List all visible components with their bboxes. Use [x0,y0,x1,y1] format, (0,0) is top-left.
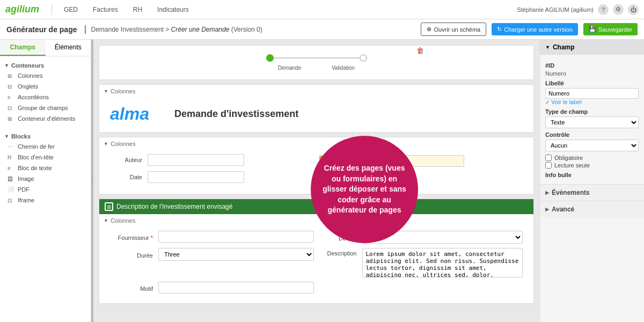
sidebar-item-colonnes[interactable]: ⊞ Colonnes [4,70,86,81]
nav-factures[interactable]: Factures [85,0,126,19]
duree-select[interactable]: Three [158,248,314,261]
topbar: agilium GED Factures RH Indicateurs Stép… [0,0,644,19]
chemin-fer-icon: ⋯ [8,144,15,150]
motif-group: Motif [110,282,314,294]
right-section-fields: #ID Numero Libellé Voir le label Type de… [540,55,644,184]
colonnes-icon: ⊞ [8,73,15,79]
breadcrumb-start: Demande Investissement [91,26,164,33]
canvas-wrapper: Demande Validation Colonnes alma Demande… [99,45,534,304]
iframe-label: Iframe [18,197,34,203]
section-blocks: Blocks ⋯ Chemin de fer H Bloc d'en-tête … [0,127,91,209]
nav-indicateurs[interactable]: Indicateurs [150,0,196,19]
form1-left-col: Auteur Date [110,154,314,188]
evenements-header[interactable]: Évènements [540,185,644,201]
avance-section: Avancé [540,201,644,217]
desc-form-area: Fournisseur Devise Three [99,225,533,303]
info-bulle-label: Info bulle [545,172,639,178]
sidebar-item-conteneur-elements[interactable]: ⊞ Conteneur d'éléments [4,113,86,124]
sidebar-item-chemin-fer[interactable]: ⋯ Chemin de fer [4,141,86,152]
fournisseur-label: Fournisseur [110,232,153,241]
schema-icon: ⊕ [427,26,431,33]
breadcrumb-version-num: (Version 0) [231,26,262,33]
step-line-9 [342,57,351,58]
sidebar-item-bloc-entete[interactable]: H Bloc d'en-tête [4,152,86,163]
sidebar-item-image[interactable]: 🖼 Image [4,173,86,184]
date-input[interactable] [148,171,244,183]
help-icon[interactable]: ? [598,4,609,15]
obligatoire-row: Obligatoire [545,155,639,161]
nav-rh[interactable]: RH [126,0,150,19]
step-line-1 [274,57,282,58]
id-value: Numero [545,70,639,77]
bloc-texte-label: Bloc de texte [18,165,52,171]
chemin-fer-label: Chemin de fer [18,143,55,150]
breadcrumb: Demande Investissement > Créer une Deman… [91,26,416,33]
motif-input[interactable] [158,282,314,294]
libelle-input[interactable] [545,88,639,99]
description-group: Description Lorem ipsum dolor sit amet, … [319,248,523,277]
header-card: Colonnes alma Demande d'investissement C… [99,84,534,133]
breadcrumb-current: Créer une Demande [171,26,230,33]
colonnes-label: Colonnes [18,72,42,79]
step-line-10 [351,57,360,58]
lecture-seule-label: Lecture seule [554,162,590,169]
controle-select[interactable]: Aucun [545,140,639,151]
sidebar: Champs Éléments Conteneurs ⊞ Colonnes ⊟ … [0,40,91,322]
checkbox-group: Obligatoire Lecture seule [545,155,639,169]
image-icon: 🖼 [8,176,15,182]
lecture-seule-checkbox[interactable] [545,162,552,169]
stepper-area: Demande Validation [99,46,533,79]
bloc-texte-icon: ≡ [8,165,15,171]
voir-label[interactable]: Voir le label [545,99,639,105]
tab-champs[interactable]: Champs [0,40,46,56]
columns-label-3: Colonnes [99,214,533,225]
tab-elements[interactable]: Éléments [46,40,91,56]
save-button[interactable]: 💾 Sauvegarder [583,23,638,35]
logout-icon[interactable]: ⏻ [628,4,639,15]
sidebar-item-pdf[interactable]: 📄 PDF [4,184,86,195]
step-line-3 [291,57,299,58]
delete-btn-container: 🗑 [416,46,424,55]
sidebar-item-bloc-texte[interactable]: ≡ Bloc de texte [4,163,86,173]
description-textarea[interactable]: Lorem ipsum dolor sit amet, consectetur … [362,248,523,277]
right-panel: Champ #ID Numero Libellé Voir le label T… [539,40,644,322]
avance-header[interactable]: Avancé [540,201,644,217]
step-line-4 [299,57,308,58]
sidebar-item-onglets[interactable]: ⊟ Onglets [4,81,86,92]
desc-row-3: Motif [110,282,523,294]
form1-auteur-row: Auteur [110,154,314,166]
stepper-card: Demande Validation [99,45,534,80]
section-blocks-title: Blocks [4,130,86,141]
groupe-champs-icon: ⊡ [8,105,15,111]
section2-icon: ⊞ [105,202,113,211]
step-dot-1 [266,54,274,62]
user-name: Stéphanie AGILIUM (agilium) [517,6,594,13]
sidebar-item-groupe-champs[interactable]: ⊡ Groupe de champs [4,103,86,113]
section-conteneurs-title: Conteneurs [4,60,86,70]
sidebar-item-iframe[interactable]: ⊡ Iframe [4,195,86,206]
duree-select-wrap: Three [158,248,314,261]
desc-row-2: Durée Three Description Lorem ipsum dolo… [110,248,523,277]
onglets-label: Onglets [18,83,38,90]
settings-icon[interactable]: ⚙ [613,4,624,15]
step-line-5 [308,57,317,58]
sidebar-item-accordeons[interactable]: ≡ Accordéons [4,92,86,103]
obligatoire-checkbox[interactable] [545,155,552,161]
evenements-label: Évènements [552,189,590,196]
load-version-button[interactable]: ↻ Charger une autre version [492,23,578,35]
main-layout: Champs Éléments Conteneurs ⊞ Colonnes ⊟ … [0,40,644,322]
delete-button[interactable]: 🗑 [416,46,424,55]
step-line-2 [282,57,291,58]
breadcrumb-sep: > [165,26,171,33]
fournisseur-input[interactable] [158,231,314,243]
right-panel-header: Champ [540,40,644,55]
step-line-8 [334,57,342,58]
open-schema-button[interactable]: ⊕ Ouvrir un schéma [421,23,486,36]
bloc-entete-icon: H [8,155,15,160]
columns-label-1: Colonnes [99,85,533,96]
page-generator-title: Générateur de page [6,25,86,34]
auteur-input[interactable] [148,154,244,166]
type-select[interactable]: Texte [545,116,639,128]
type-label: Type de champ [545,108,639,115]
nav-ged[interactable]: GED [56,0,85,19]
